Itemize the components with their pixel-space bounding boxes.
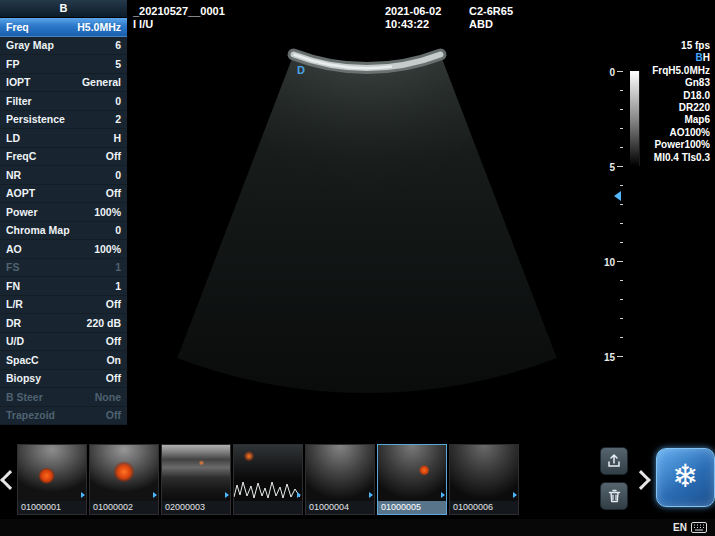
param-value: 220 dB bbox=[87, 317, 121, 329]
param-row-ld[interactable]: LDH bbox=[0, 129, 127, 148]
param-value: 0 bbox=[115, 95, 121, 107]
param-row-spacc[interactable]: SpacCOn bbox=[0, 351, 127, 370]
param-value: 6 bbox=[115, 39, 121, 51]
param-value: H bbox=[113, 132, 121, 144]
param-value: 2 bbox=[115, 113, 121, 125]
param-row-iopt[interactable]: IOPTGeneral bbox=[0, 74, 127, 93]
param-value: Off bbox=[106, 150, 121, 162]
param-row-b-steer[interactable]: B SteerNone bbox=[0, 388, 127, 407]
thumbnail-label: 01000004 bbox=[306, 501, 374, 514]
thumbnail-label: 02000003 bbox=[162, 501, 230, 514]
ultrasound-screen: B FreqH5.0MHzGray Map6FP5IOPTGeneralFilt… bbox=[0, 0, 715, 536]
mode-b-label: B bbox=[696, 52, 703, 63]
depth-tick bbox=[620, 128, 623, 129]
image-parameter-lines: FrqH5.0MHzGn83D18.0DR220Map6AO100%Power1… bbox=[652, 65, 710, 164]
thumbnail-image bbox=[18, 445, 86, 501]
param-label: Freq bbox=[6, 21, 29, 33]
chevron-right-icon bbox=[631, 470, 651, 490]
probe-model: C2-6R65 bbox=[469, 5, 513, 18]
depth-label: 15 bbox=[604, 352, 615, 363]
grayscale-bar bbox=[630, 71, 640, 166]
exam-preset: ABD bbox=[469, 18, 513, 31]
info-line: MI0.4 TIs0.3 bbox=[652, 152, 710, 164]
param-label: B Steer bbox=[6, 391, 43, 403]
param-label: Filter bbox=[6, 95, 32, 107]
frame-rate: 15 fps bbox=[652, 40, 710, 52]
param-value: Off bbox=[106, 372, 121, 384]
depth-tick bbox=[620, 318, 623, 319]
depth-tick bbox=[620, 242, 623, 243]
param-value: 5 bbox=[115, 58, 121, 70]
thumbnail-waveform[interactable] bbox=[233, 444, 303, 515]
mode-tab-b[interactable]: B bbox=[0, 0, 127, 18]
param-row-fs[interactable]: FS1 bbox=[0, 259, 127, 278]
param-row-ao[interactable]: AO100% bbox=[0, 240, 127, 259]
delete-button[interactable] bbox=[600, 482, 628, 510]
depth-tick bbox=[620, 147, 623, 148]
keyboard-icon[interactable] bbox=[691, 522, 707, 533]
depth-tick bbox=[620, 90, 623, 91]
thumbnail-label: 01000001 bbox=[18, 501, 86, 514]
param-row-filter[interactable]: Filter0 bbox=[0, 92, 127, 111]
param-row-fn[interactable]: FN1 bbox=[0, 277, 127, 296]
depth-tick bbox=[617, 71, 623, 72]
info-line: AO100% bbox=[652, 127, 710, 139]
ultrasound-sector-image bbox=[127, 38, 627, 438]
param-label: FP bbox=[6, 58, 19, 70]
language-indicator[interactable]: EN bbox=[673, 522, 687, 533]
param-row-aopt[interactable]: AOPTOff bbox=[0, 185, 127, 204]
thumbnail-01000001[interactable]: 01000001 bbox=[17, 444, 87, 515]
depth-tick bbox=[620, 185, 623, 186]
snowflake-icon: ❄ bbox=[672, 458, 699, 494]
param-label: Biopsy bbox=[6, 372, 41, 384]
info-line: DR220 bbox=[652, 102, 710, 114]
image-parameters: 15 fps BH FrqH5.0MHzGn83D18.0DR220Map6AO… bbox=[652, 40, 710, 164]
export-button[interactable] bbox=[600, 447, 628, 475]
param-row-biopsy[interactable]: BiopsyOff bbox=[0, 370, 127, 389]
thumbnail-01000005[interactable]: 01000005 bbox=[377, 444, 447, 515]
freeze-button[interactable]: ❄ bbox=[656, 448, 715, 507]
thumbnail-image bbox=[162, 445, 230, 501]
param-value: General bbox=[82, 76, 121, 88]
param-row-persistence[interactable]: Persistence2 bbox=[0, 111, 127, 130]
patient-info: I I/U bbox=[133, 18, 225, 31]
param-row-nr[interactable]: NR0 bbox=[0, 166, 127, 185]
thumbnail-01000004[interactable]: 01000004 bbox=[305, 444, 375, 515]
param-row-fp[interactable]: FP5 bbox=[0, 55, 127, 74]
param-row-trapezoid[interactable]: TrapezoidOff bbox=[0, 407, 127, 426]
thumbnail-label: 01000006 bbox=[450, 501, 518, 514]
thumbnail-list: 0100000101000002020000030100000401000005… bbox=[17, 444, 519, 515]
param-value: 0 bbox=[115, 224, 121, 236]
param-value: 100% bbox=[94, 243, 121, 255]
thumbnail-image bbox=[450, 445, 518, 501]
thumbnail-01000002[interactable]: 01000002 bbox=[89, 444, 159, 515]
param-label: L/R bbox=[6, 298, 23, 310]
param-row-power[interactable]: Power100% bbox=[0, 203, 127, 222]
exam-time: 10:43:22 bbox=[385, 18, 441, 31]
param-value: On bbox=[106, 354, 121, 366]
param-label: DR bbox=[6, 317, 21, 329]
thumbnail-02000003[interactable]: 02000003 bbox=[161, 444, 231, 515]
thumbnail-01000006[interactable]: 01000006 bbox=[449, 444, 519, 515]
focus-marker[interactable] bbox=[614, 191, 621, 201]
parameter-list: FreqH5.0MHzGray Map6FP5IOPTGeneralFilter… bbox=[0, 18, 127, 425]
info-line: Power100% bbox=[652, 139, 710, 151]
param-row-u-d[interactable]: U/DOff bbox=[0, 333, 127, 352]
depth-label: 0 bbox=[609, 67, 615, 78]
param-row-freq[interactable]: FreqH5.0MHz bbox=[0, 18, 127, 37]
thumbnail-next-button[interactable] bbox=[634, 465, 650, 493]
image-area: D 15 fps BH FrqH5.0MHzGn83D18.0DR220Map6… bbox=[127, 38, 715, 443]
param-label: FN bbox=[6, 280, 20, 292]
param-row-gray-map[interactable]: Gray Map6 bbox=[0, 37, 127, 56]
exam-block: _20210527__0001 I I/U bbox=[133, 5, 225, 31]
thumbnail-image bbox=[306, 445, 374, 501]
param-row-l-r[interactable]: L/ROff bbox=[0, 296, 127, 315]
param-row-chroma-map[interactable]: Chroma Map0 bbox=[0, 222, 127, 241]
exam-id: _20210527__0001 bbox=[133, 5, 225, 18]
param-row-dr[interactable]: DR220 dB bbox=[0, 314, 127, 333]
param-value: 0 bbox=[115, 169, 121, 181]
param-label: Power bbox=[6, 206, 38, 218]
param-row-freqc[interactable]: FreqCOff bbox=[0, 148, 127, 167]
info-line: FrqH5.0MHz bbox=[652, 65, 710, 77]
param-value: Off bbox=[106, 335, 121, 347]
